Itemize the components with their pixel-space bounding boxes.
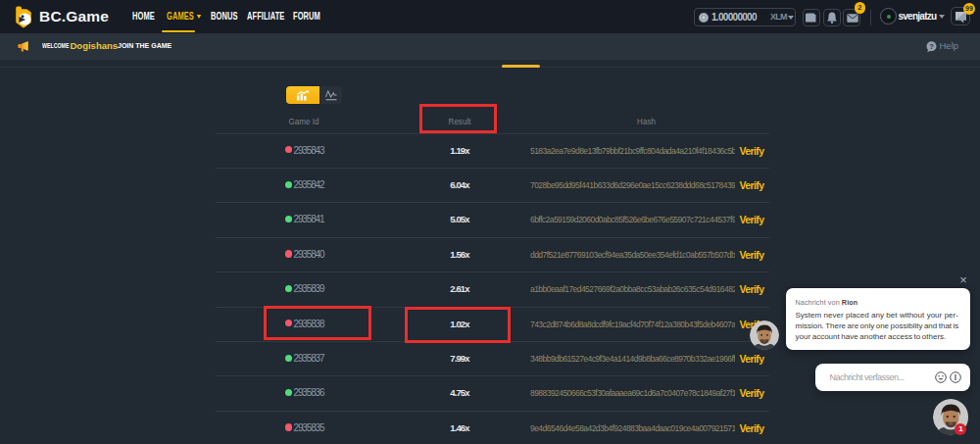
svg-text:?: ? xyxy=(929,42,934,51)
